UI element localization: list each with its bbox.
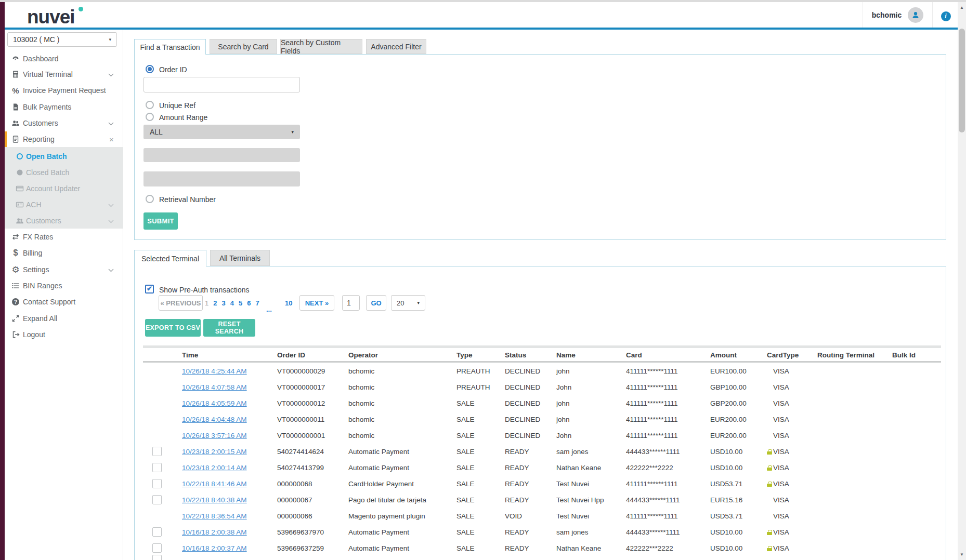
sidebar-item-open-batch[interactable]: Open Batch [5,148,123,164]
operator-cell: Automatic Payment [348,448,456,456]
transaction-time-link[interactable]: 10/16/18 2:00:38 AM [182,528,247,536]
transaction-time-link[interactable]: 10/26/18 3:57:16 AM [182,432,247,439]
lock-icon [767,465,772,471]
terminal-select[interactable]: 103002 ( MC ) ▾ [7,32,117,47]
sidebar-item-label: FX Rates [23,233,53,241]
scrollbar-thumb[interactable] [959,29,965,132]
row-checkbox[interactable] [152,463,162,472]
sidebar-item-bin-ranges[interactable]: BIN Ranges [5,278,123,294]
tab-all-terminals[interactable]: All Terminals [210,250,270,266]
page-scrollbar[interactable]: ▲ ▼ [958,2,966,560]
sidebar-item-reporting[interactable]: Reporting × [5,131,123,147]
page-link[interactable]: 2 [213,299,217,307]
transaction-time-link[interactable]: 10/16/18 2:00:37 AM [182,544,247,552]
next-page-button[interactable]: NEXT » [299,295,334,311]
order-id-input[interactable] [143,77,300,92]
table-row: 10/23/18 2:00:14 AM 540274413799 Automat… [143,460,941,476]
transaction-time-link[interactable]: 10/26/18 4:07:58 AM [182,383,247,391]
order-id-cell: VT0000000017 [277,383,348,391]
sidebar-item-invoice-payment-request[interactable]: % Invoice Payment Request [5,83,123,98]
page-number-input[interactable] [342,295,360,311]
card-cell: 411111******1111 [626,367,710,375]
page-link[interactable]: 4 [230,299,234,307]
amount-from-field[interactable] [143,148,300,162]
sidebar-item-bulk-payments[interactable]: Bulk Payments [5,99,123,115]
sidebar-item-settings[interactable]: ⚙ Settings [5,262,123,277]
sidebar-item-dashboard[interactable]: Dashboard [5,51,123,66]
page-link[interactable]: 5 [239,299,242,307]
table-row: 10/26/18 4:05:59 AM VT0000000012 bchomic… [143,395,941,411]
row-checkbox[interactable] [152,543,162,553]
sidebar-item-customers[interactable]: Customers [5,115,123,131]
sidebar-item-account-updater[interactable]: Account Updater [5,180,123,196]
close-icon[interactable]: × [109,135,114,144]
page-link[interactable]: 6 [247,299,251,307]
sidebar-item-label: ACH [26,201,42,209]
sidebar-item-billing[interactable]: $ Billing [5,245,123,261]
row-checkbox[interactable] [152,495,162,504]
sidebar-item-logout[interactable]: Logout [5,327,123,342]
page-size-select[interactable]: 20 ▾ [391,295,425,311]
amount-range-label: Amount Range [159,113,207,122]
transaction-time-link[interactable]: 10/22/18 8:41:46 AM [182,480,247,488]
amount-to-field[interactable] [143,171,300,186]
user-menu-button[interactable]: bchomic [863,2,933,28]
last-page-link[interactable]: 10 [285,299,292,307]
row-checkbox[interactable] [152,447,162,456]
row-checkbox[interactable] [152,527,162,537]
transaction-time-link[interactable]: 10/23/18 2:00:15 AM [182,448,247,456]
page-link[interactable]: 7 [255,299,259,307]
show-preauth-label: Show Pre-Auth transactions [159,286,250,294]
header-accent-line [5,28,958,30]
reset-search-button[interactable]: RESET SEARCH [203,319,255,337]
tab-search-by-card[interactable]: Search by Card [210,39,277,54]
status-cell: READY [505,496,556,504]
sidebar-item-ach[interactable]: ACH [5,196,123,212]
info-icon: i [941,11,951,21]
sidebar-item-closed-batch[interactable]: Closed Batch [5,164,123,180]
sidebar-item-label: Dashboard [23,55,59,63]
previous-page-button[interactable]: « PREVIOUS [159,295,203,311]
transaction-time-link[interactable]: 10/26/18 4:05:59 AM [182,399,247,407]
page-link[interactable]: 3 [221,299,225,307]
tab-selected-terminal[interactable]: Selected Terminal [134,250,206,266]
amount-cell: EUR15.16 [710,496,767,504]
show-preauth-checkbox[interactable]: ✔ [145,285,154,294]
transaction-time-link[interactable]: 10/23/18 2:00:14 AM [182,464,247,472]
amount-range-radio[interactable] [146,113,154,121]
scroll-up-icon[interactable]: ▲ [958,5,966,10]
cardtype-cell: VISA [773,448,789,456]
operator-cell: bchomic [348,432,456,439]
row-checkbox-partial[interactable] [152,555,162,560]
tab-advanced-filter[interactable]: Advanced Filter [366,39,426,54]
amount-select[interactable]: ALL ▾ [143,125,300,139]
tab-search-by-custom-fields[interactable]: Search by Custom Fields [280,39,362,54]
retrieval-number-radio[interactable] [146,195,154,203]
sidebar-item-contact-support[interactable]: ? Contact Support [5,294,123,310]
tab-find-a-transaction[interactable]: Find a Transaction [134,39,206,55]
operator-cell: bchomic [348,383,456,391]
transaction-time-link[interactable]: 10/26/18 4:25:44 AM [182,367,247,375]
row-checkbox[interactable] [152,479,162,488]
transaction-time-link[interactable]: 10/26/18 4:04:48 AM [182,416,247,423]
submit-button[interactable]: SUBMIT [143,212,178,230]
scroll-down-icon[interactable]: ▼ [958,552,966,557]
transaction-time-link[interactable]: 10/22/18 8:40:38 AM [182,496,247,504]
unique-ref-radio[interactable] [146,101,154,109]
sidebar-item-expand-all[interactable]: Expand All [5,311,123,326]
transaction-time-link[interactable]: 10/22/18 8:36:54 AM [182,512,247,520]
table-header-underline [143,361,941,363]
export-to-csv-button[interactable]: EXPORT TO CSV [145,319,201,337]
order-id-radio[interactable] [146,65,154,73]
status-cell: READY [505,480,556,488]
sidebar-item-label: BIN Ranges [23,282,62,290]
sidebar-item-customers-reporting[interactable]: Customers [5,212,123,229]
info-button[interactable]: i [938,9,954,23]
terminal-select-value: 103002 ( MC ) [13,35,59,44]
card-cell: 411111******1111 [626,512,710,520]
sidebar-item-virtual-terminal[interactable]: Virtual Terminal [5,66,123,82]
sidebar-item-fx-rates[interactable]: FX Rates [5,229,123,245]
go-button[interactable]: GO [366,295,386,311]
table-row: 10/22/18 8:41:46 AM 000000068 CardHolder… [143,476,941,492]
percent-icon: % [11,86,20,95]
